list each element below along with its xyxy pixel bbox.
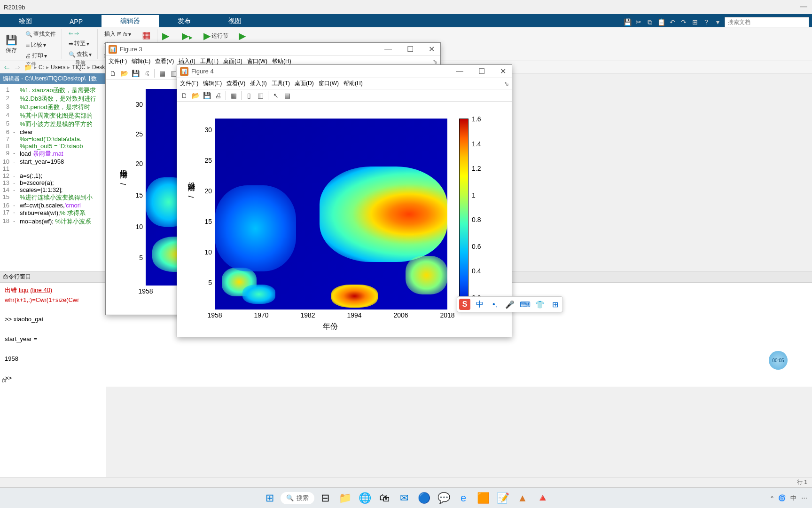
find-button[interactable]: 🔍 查找 ▾ bbox=[67, 49, 94, 59]
prompt[interactable]: >> bbox=[5, 373, 807, 383]
editor-line[interactable]: 4%其中周期变化图是实部的 bbox=[0, 111, 106, 120]
layout-icon[interactable]: ▦ bbox=[157, 68, 167, 79]
tray-weather-icon[interactable]: 🌀 bbox=[778, 494, 786, 501]
browser-icon[interactable]: 🔵 bbox=[415, 489, 433, 507]
tab-view[interactable]: 视图 bbox=[210, 15, 260, 27]
dropdown-icon[interactable]: ▾ bbox=[713, 18, 722, 26]
menu-file[interactable]: 文件(F) bbox=[180, 79, 198, 87]
menu-desktop[interactable]: 桌面(D) bbox=[295, 79, 314, 87]
minimize-icon[interactable]: — bbox=[800, 2, 807, 11]
start-icon[interactable]: ⊞ bbox=[261, 489, 279, 507]
forward-icon[interactable]: ⇒ bbox=[13, 63, 22, 71]
figure-3-titlebar[interactable]: 📊 Figure 3 — ☐ ✕ bbox=[106, 43, 440, 56]
menu-help[interactable]: 帮助(H) bbox=[344, 79, 363, 87]
editor-line[interactable]: 18-mo=abs(wf); %计算小波系 bbox=[0, 217, 106, 226]
print-icon[interactable]: 🖨 bbox=[213, 90, 223, 101]
ie-icon[interactable]: e bbox=[454, 489, 472, 507]
layout-icon[interactable]: ▦ bbox=[228, 90, 239, 101]
ime-toolbar[interactable]: S 中 •, 🎤 ⌨ 👕 ⊞ bbox=[457, 296, 563, 312]
panel2-icon[interactable]: ▥ bbox=[255, 90, 265, 101]
taskbar-search[interactable]: 🔍 搜索 bbox=[281, 492, 314, 504]
maximize-icon[interactable]: ☐ bbox=[476, 66, 488, 77]
save-icon[interactable]: 💾 bbox=[202, 90, 212, 101]
pointer-icon[interactable]: ↖ bbox=[271, 90, 281, 101]
mail-icon[interactable]: ✉ bbox=[395, 489, 413, 507]
crumb-2[interactable]: TIQC bbox=[72, 64, 86, 71]
tab-publish[interactable]: 发布 bbox=[159, 15, 210, 27]
menu-edit[interactable]: 编辑(E) bbox=[203, 79, 222, 87]
save-icon[interactable]: 💾 bbox=[6, 34, 17, 46]
save-icon[interactable]: 💾 bbox=[623, 18, 632, 26]
error-link-fn[interactable]: tiqu bbox=[19, 286, 29, 294]
editor-line[interactable]: 9-load 暴雨量.mat bbox=[0, 150, 106, 158]
ime-skin-icon[interactable]: 👕 bbox=[534, 299, 546, 310]
save-button[interactable]: 保存 bbox=[4, 46, 19, 56]
editor-line[interactable]: 3%3.period函数，是求得时 bbox=[0, 103, 106, 111]
print-icon[interactable]: 🖨 bbox=[141, 68, 152, 79]
error-link-line[interactable]: (line 40) bbox=[30, 286, 52, 294]
menu-window[interactable]: 窗口(W) bbox=[319, 79, 339, 87]
editor-line[interactable]: 2%2.Db3函数，是对数列进行 bbox=[0, 95, 106, 103]
menu-insert[interactable]: 插入(I) bbox=[250, 79, 266, 87]
matlab-icon[interactable]: ▲ bbox=[514, 489, 531, 507]
close-icon[interactable]: ✕ bbox=[426, 44, 437, 55]
grid-icon[interactable]: ▤ bbox=[282, 90, 292, 101]
sogou-logo-icon[interactable]: S bbox=[459, 299, 470, 310]
tray-chevron-icon[interactable]: ^ bbox=[771, 494, 773, 501]
back-icon[interactable]: ⇐ bbox=[3, 63, 11, 71]
timer-badge[interactable]: 00:05 bbox=[769, 351, 788, 370]
run-advance-icon[interactable]: ▶▶ bbox=[182, 30, 193, 41]
breakpoints-icon[interactable]: ▦ bbox=[142, 29, 153, 40]
save-icon[interactable]: 💾 bbox=[130, 68, 141, 79]
fx-icon[interactable]: fx bbox=[2, 377, 7, 384]
paste-icon[interactable]: 📋 bbox=[657, 18, 665, 26]
app1-icon[interactable]: 🟧 bbox=[474, 489, 492, 507]
open-icon[interactable]: 📂 bbox=[119, 68, 129, 79]
menu-view[interactable]: 查看(V) bbox=[155, 57, 174, 65]
explorer-icon[interactable]: 📁 bbox=[336, 489, 354, 507]
run-icon[interactable]: ▶ bbox=[162, 30, 173, 41]
editor-line[interactable]: 11 bbox=[0, 165, 106, 172]
figure-4-titlebar[interactable]: 📊 Figure 4 — ☐ ✕ bbox=[177, 65, 512, 78]
app2-icon[interactable]: 🔺 bbox=[533, 489, 551, 507]
ime-menu-icon[interactable]: ⊞ bbox=[549, 299, 561, 310]
tab-app[interactable]: APP bbox=[51, 16, 102, 27]
goto-button[interactable]: ➡ 转至 ▾ bbox=[67, 39, 94, 48]
editor-line[interactable]: 7%s=load('D:\data\data. bbox=[0, 135, 106, 143]
system-tray[interactable]: ^ 🌀 中 ⋯ bbox=[771, 494, 807, 502]
editor-line[interactable]: 16-wf=cwt(b,scales,'cmorl bbox=[0, 202, 106, 209]
taskview-icon[interactable]: ⊟ bbox=[316, 489, 334, 507]
minimize-icon[interactable]: — bbox=[453, 66, 466, 77]
switch-windows-icon[interactable]: ⊞ bbox=[691, 18, 699, 26]
store-icon[interactable]: 🛍 bbox=[375, 489, 393, 507]
editor-line[interactable]: 13-b=zscore(a); bbox=[0, 179, 106, 186]
search-docs-input[interactable] bbox=[725, 17, 809, 27]
insert-button[interactable]: 插入 🖹 fx ▾ bbox=[102, 29, 133, 39]
find-files-button[interactable]: 🔍 查找文件 bbox=[23, 29, 58, 39]
run-timing-icon[interactable]: ▶ bbox=[239, 30, 250, 41]
wechat-icon[interactable]: 💬 bbox=[435, 489, 453, 507]
editor-line[interactable]: 10-start_year=1958 bbox=[0, 158, 106, 165]
crumb-1[interactable]: Users bbox=[51, 64, 65, 71]
editor-line[interactable]: 1%1. xiaozao函数，是需要求 bbox=[0, 86, 106, 95]
docking-icon[interactable]: ⬂ bbox=[433, 58, 437, 65]
editor-line[interactable]: 5%而小波方差是模的平方的 bbox=[0, 120, 106, 128]
open-icon[interactable]: 📂 bbox=[190, 90, 201, 101]
nav-back-button[interactable]: ⇐ ⇒ bbox=[67, 29, 94, 38]
tray-more-icon[interactable]: ⋯ bbox=[801, 494, 807, 501]
editor-line[interactable]: 6-clear bbox=[0, 128, 106, 135]
menu-file[interactable]: 文件(F) bbox=[109, 57, 127, 65]
new-icon[interactable]: 🗋 bbox=[179, 90, 189, 101]
tab-plot[interactable]: 绘图 bbox=[0, 15, 51, 27]
undo-icon[interactable]: ↶ bbox=[668, 18, 677, 26]
close-icon[interactable]: ✕ bbox=[497, 66, 509, 77]
copy-icon[interactable]: ⧉ bbox=[646, 18, 654, 26]
run-section-button[interactable]: ▶ 运行节 bbox=[202, 29, 230, 42]
new-icon[interactable]: 🗋 bbox=[108, 68, 118, 79]
ime-voice-icon[interactable]: 🎤 bbox=[504, 299, 515, 310]
ime-keyboard-icon[interactable]: ⌨ bbox=[519, 299, 531, 310]
maximize-icon[interactable]: ☐ bbox=[404, 44, 416, 55]
ime-punct-icon[interactable]: •, bbox=[489, 299, 500, 310]
tray-ime-icon[interactable]: 中 bbox=[790, 494, 796, 502]
panel1-icon[interactable]: ▯ bbox=[244, 90, 254, 101]
